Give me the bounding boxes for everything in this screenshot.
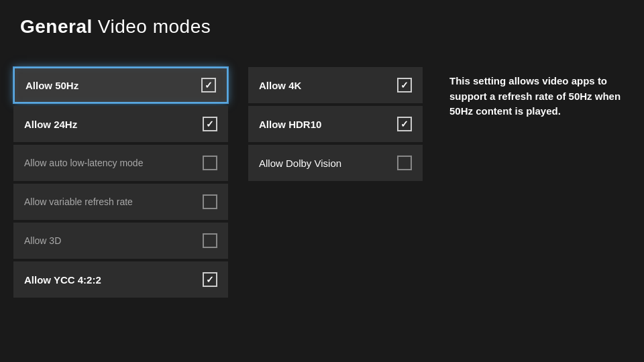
setting-row-allow-dolby-vision[interactable]: Allow Dolby Vision: [248, 145, 423, 181]
description-text: This setting allows video apps to suppor…: [449, 74, 624, 119]
title-bold: General: [20, 16, 93, 37]
setting-label-allow-24hz: Allow 24Hz: [24, 119, 77, 130]
setting-row-allow-hdr10[interactable]: Allow HDR10: [248, 106, 423, 142]
setting-row-allow-4k[interactable]: Allow 4K: [248, 67, 423, 103]
setting-label-allow-auto-low-latency: Allow auto low-latency mode: [24, 158, 143, 168]
checkbox-allow-24hz[interactable]: [203, 117, 217, 131]
description-panel: This setting allows video apps to suppor…: [449, 67, 624, 298]
checkbox-allow-3d[interactable]: [203, 233, 217, 248]
setting-row-allow-50hz[interactable]: Allow 50Hz: [13, 67, 228, 103]
checkbox-allow-ycc[interactable]: [203, 272, 217, 287]
content-area: Allow 50HzAllow 24HzAllow auto low-laten…: [13, 67, 624, 298]
setting-row-allow-variable-refresh[interactable]: Allow variable refresh rate: [13, 184, 228, 220]
setting-row-allow-ycc[interactable]: Allow YCC 4:2:2: [13, 261, 228, 298]
middle-column: Allow 4KAllow HDR10Allow Dolby Vision: [248, 67, 423, 298]
setting-row-allow-auto-low-latency[interactable]: Allow auto low-latency mode: [13, 145, 228, 181]
page-title: GeneralVideo modes: [20, 16, 211, 38]
checkbox-allow-dolby-vision[interactable]: [397, 156, 412, 170]
title-light: Video modes: [98, 16, 211, 37]
setting-label-allow-50hz: Allow 50Hz: [25, 80, 78, 91]
setting-label-allow-hdr10: Allow HDR10: [259, 119, 321, 130]
checkbox-allow-variable-refresh[interactable]: [203, 194, 217, 209]
setting-row-allow-24hz[interactable]: Allow 24Hz: [13, 106, 228, 142]
checkbox-allow-hdr10[interactable]: [397, 117, 412, 131]
checkbox-allow-auto-low-latency[interactable]: [203, 156, 217, 170]
setting-label-allow-3d: Allow 3D: [24, 235, 61, 246]
checkbox-allow-50hz[interactable]: [201, 78, 216, 93]
setting-label-allow-variable-refresh: Allow variable refresh rate: [24, 196, 133, 207]
setting-label-allow-ycc: Allow YCC 4:2:2: [24, 274, 101, 286]
left-column: Allow 50HzAllow 24HzAllow auto low-laten…: [13, 67, 228, 298]
setting-row-allow-3d[interactable]: Allow 3D: [13, 223, 228, 259]
setting-label-allow-dolby-vision: Allow Dolby Vision: [259, 158, 341, 169]
setting-label-allow-4k: Allow 4K: [259, 80, 301, 91]
checkbox-allow-4k[interactable]: [397, 78, 412, 93]
